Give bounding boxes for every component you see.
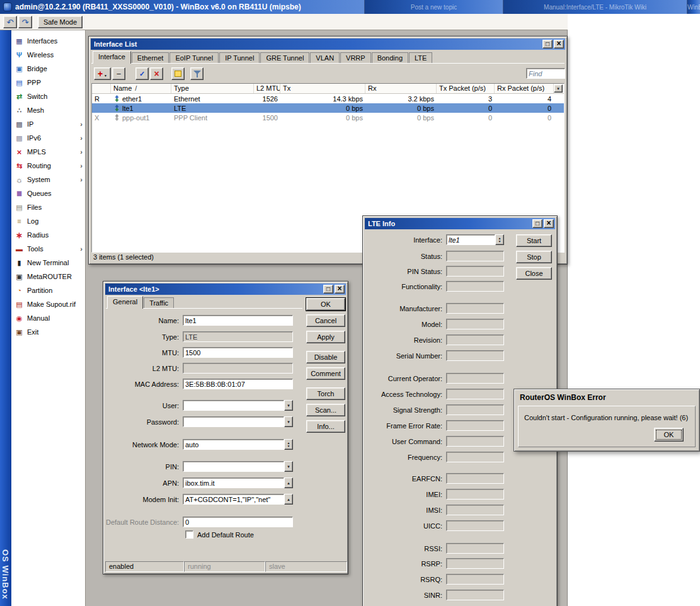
maximize-button[interactable] bbox=[542, 40, 553, 49]
safe-mode-button[interactable]: Safe Mode bbox=[38, 16, 83, 28]
table-row-lte1[interactable]: lte1 LTE 0 bps 0 bps 0 0 bbox=[92, 103, 564, 113]
find-input[interactable] bbox=[526, 68, 565, 79]
ok-button[interactable]: OK bbox=[306, 298, 345, 311]
tab-lte[interactable]: LTE bbox=[409, 52, 432, 64]
sidebar-item-manual[interactable]: Manual bbox=[11, 311, 85, 325]
sidebar-item-wireless[interactable]: Wireless bbox=[11, 48, 85, 62]
sidebar-item-radius[interactable]: Radius bbox=[11, 228, 85, 242]
sidebar-item-system[interactable]: System bbox=[11, 173, 85, 186]
sidebar-item-files[interactable]: Files bbox=[11, 200, 85, 214]
network-mode-field[interactable] bbox=[183, 439, 284, 450]
sidebar-item-mpls[interactable]: MPLS bbox=[11, 145, 85, 159]
interface-lte1-titlebar[interactable]: Interface <lte1> bbox=[105, 283, 346, 295]
tab-eoip-tunnel[interactable]: EoIP Tunnel bbox=[169, 52, 219, 64]
tab-vlan[interactable]: VLAN bbox=[310, 52, 340, 64]
sidebar-item-routing[interactable]: Routing bbox=[11, 159, 85, 173]
cancel-button[interactable]: Cancel bbox=[306, 314, 345, 327]
maximize-button[interactable] bbox=[532, 219, 542, 228]
sidebar-item-bridge[interactable]: Bridge bbox=[11, 62, 85, 76]
table-row-ether1[interactable]: R ether1 Ethernet 1526 14.3 kbps 3.2 kbp… bbox=[92, 94, 564, 103]
comment-button[interactable] bbox=[171, 67, 185, 80]
close-button[interactable] bbox=[554, 40, 564, 49]
maximize-button[interactable] bbox=[323, 285, 333, 294]
info-button[interactable]: Info... bbox=[306, 420, 345, 433]
winbox-titlebar[interactable]: admin@10.2.2.190 (RB411_XXSS0000_V010) -… bbox=[0, 0, 364, 14]
column-rx-packet[interactable]: Rx Packet (p/s) bbox=[495, 84, 554, 93]
redo-button[interactable] bbox=[18, 16, 32, 28]
close-button[interactable]: Close bbox=[516, 267, 552, 280]
sidebar-item-mesh[interactable]: Mesh bbox=[11, 103, 85, 117]
dropdown-button[interactable] bbox=[495, 234, 504, 245]
default-route-distance-field[interactable] bbox=[183, 517, 293, 527]
sidebar-item-queues[interactable]: Queues bbox=[11, 186, 85, 200]
add-default-route-checkbox[interactable] bbox=[185, 530, 193, 539]
table-row-ppp-out1[interactable]: X ppp-out1 PPP Client 1500 0 bps 0 bps 0… bbox=[92, 113, 564, 122]
updown-button[interactable] bbox=[284, 439, 293, 450]
sidebar-item-ip[interactable]: IP bbox=[11, 117, 85, 131]
password-field[interactable] bbox=[183, 416, 284, 427]
remove-interface-button[interactable] bbox=[112, 67, 125, 80]
start-button[interactable]: Start bbox=[516, 234, 552, 247]
scan-button[interactable]: Scan... bbox=[306, 404, 345, 416]
column-rx[interactable]: Rx bbox=[365, 84, 437, 93]
user-field[interactable] bbox=[183, 400, 284, 411]
filter-button[interactable] bbox=[190, 67, 204, 80]
add-interface-button[interactable] bbox=[94, 67, 111, 80]
error-dialog[interactable]: RouterOS WinBox Error Couldn't start - C… bbox=[514, 389, 700, 452]
column-name[interactable]: Name/ bbox=[111, 84, 171, 93]
column-tx[interactable]: Tx bbox=[280, 84, 365, 93]
apply-button[interactable]: Apply bbox=[306, 331, 345, 343]
pin-field[interactable] bbox=[183, 461, 284, 472]
comment-button[interactable]: Comment bbox=[306, 367, 345, 380]
mac-address-field[interactable] bbox=[183, 379, 293, 389]
lte-info-titlebar[interactable]: LTE Info bbox=[365, 218, 555, 229]
sidebar-item-exit[interactable]: Exit bbox=[11, 325, 85, 339]
torch-button[interactable]: Torch bbox=[306, 387, 345, 400]
sidebar-item-ipv6[interactable]: IPv6 bbox=[11, 131, 85, 145]
dropdown-button[interactable] bbox=[284, 400, 293, 411]
dropdown-button[interactable] bbox=[284, 416, 293, 427]
background-window-titlebar[interactable]: Manual:Interface/LTE - MikroTik Wiki bbox=[503, 0, 687, 14]
tab-gre-tunnel[interactable]: GRE Tunnel bbox=[260, 52, 309, 64]
sidebar-item-new-terminal[interactable]: New Terminal bbox=[11, 256, 85, 270]
close-button[interactable] bbox=[335, 285, 345, 294]
close-button[interactable] bbox=[544, 219, 554, 228]
sidebar-item-switch[interactable]: Switch bbox=[11, 89, 85, 103]
tab-general[interactable]: General bbox=[107, 296, 143, 309]
modem-init-field[interactable] bbox=[183, 494, 284, 505]
sidebar-item-tools[interactable]: Tools bbox=[11, 242, 85, 256]
tab-ip-tunnel[interactable]: IP Tunnel bbox=[219, 52, 260, 64]
dropdown-button[interactable] bbox=[284, 461, 293, 472]
mtu-field[interactable] bbox=[183, 347, 293, 358]
interface-select[interactable] bbox=[446, 234, 495, 245]
table-header[interactable]: Name/ Type L2 MTU Tx Rx Tx Packet (p/s) … bbox=[92, 84, 564, 94]
enable-interface-button[interactable] bbox=[135, 67, 149, 80]
sidebar-item-interfaces[interactable]: Interfaces bbox=[11, 34, 85, 48]
background-window-titlebar[interactable]: Post a new topic bbox=[364, 0, 503, 14]
background-window-titlebar[interactable]: WinBox bbox=[687, 0, 700, 14]
column-select-button[interactable] bbox=[554, 84, 563, 93]
interface-list-titlebar[interactable]: Interface List bbox=[91, 38, 565, 50]
tab-bonding[interactable]: Bonding bbox=[372, 52, 408, 64]
column-type[interactable]: Type bbox=[171, 84, 254, 93]
interface-lte1-window[interactable]: Interface <lte1> General Traffic Name: T… bbox=[103, 281, 348, 575]
apn-field[interactable] bbox=[183, 477, 284, 488]
expand-up-button[interactable] bbox=[284, 494, 293, 505]
sidebar-item-metarouter[interactable]: MetaROUTER bbox=[11, 270, 85, 283]
sidebar-item-partition[interactable]: Partition bbox=[11, 283, 85, 297]
sidebar-item-log[interactable]: Log bbox=[11, 214, 85, 228]
tab-traffic[interactable]: Traffic bbox=[144, 297, 174, 309]
disable-button[interactable]: Disable bbox=[306, 351, 345, 363]
stop-button[interactable]: Stop bbox=[516, 251, 552, 263]
expand-up-button[interactable] bbox=[284, 477, 293, 488]
column-tx-packet[interactable]: Tx Packet (p/s) bbox=[437, 84, 495, 93]
tab-vrrp[interactable]: VRRP bbox=[340, 52, 371, 64]
error-ok-button[interactable]: OK bbox=[654, 428, 684, 442]
undo-button[interactable] bbox=[3, 16, 17, 28]
sidebar-item-ppp[interactable]: PPP bbox=[11, 76, 85, 89]
column-l2mtu[interactable]: L2 MTU bbox=[254, 84, 280, 93]
tab-ethernet[interactable]: Ethernet bbox=[132, 52, 169, 64]
name-field[interactable] bbox=[183, 315, 293, 326]
disable-interface-button[interactable] bbox=[150, 67, 163, 80]
sidebar-item-make-supout[interactable]: Make Supout.rif bbox=[11, 297, 85, 311]
